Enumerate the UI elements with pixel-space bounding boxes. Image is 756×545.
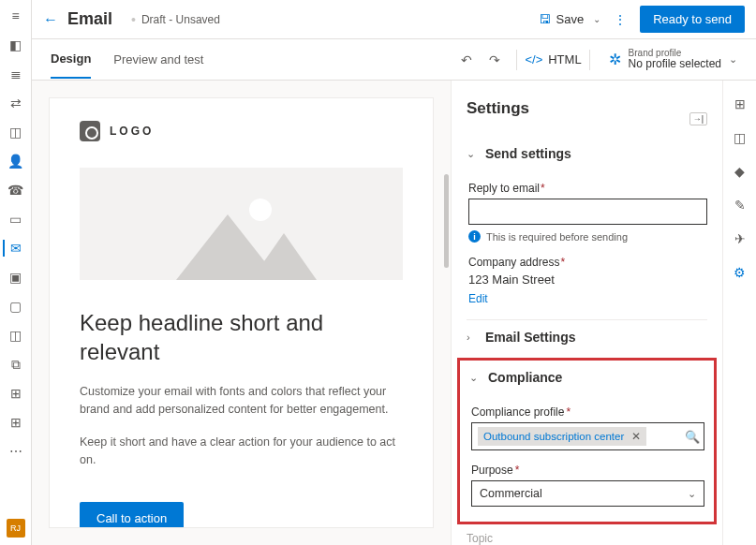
rail-item-6[interactable]: ▭ <box>7 211 24 228</box>
rail-item-3[interactable]: ◫ <box>7 124 24 140</box>
brand-icon: ✲ <box>609 51 621 68</box>
email-canvas: LOGO Keep headline short and relevant Cu… <box>32 81 451 545</box>
section-compliance[interactable]: ⌄ Compliance <box>469 368 704 394</box>
email-settings-label: Email Settings <box>485 330 575 345</box>
rail-item-14[interactable]: ⋯ <box>7 443 24 460</box>
settings-icon[interactable]: ⚙ <box>732 264 749 281</box>
rail-item-0[interactable]: ◧ <box>7 37 24 53</box>
mountain-icon <box>157 186 326 280</box>
chevron-down-icon: ⌄ <box>469 372 481 384</box>
more-icon[interactable]: ⋮ <box>614 12 627 27</box>
rail-item-4[interactable]: 👤 <box>7 153 24 169</box>
page-header: ← Email Draft - Unsaved 🖫 Save ⌄ ⋮ Ready… <box>32 0 756 39</box>
rail-item-9[interactable]: ▢ <box>7 298 24 315</box>
tab-preview[interactable]: Preview and test <box>113 41 203 78</box>
search-icon[interactable]: 🔍 <box>685 430 700 444</box>
info-icon: i <box>468 230 481 243</box>
settings-title: Settings <box>467 99 707 118</box>
user-avatar[interactable]: RJ <box>7 519 25 538</box>
chevron-down-icon: ⌄ <box>729 53 737 66</box>
redo-icon[interactable]: ↷ <box>484 50 505 70</box>
image-placeholder[interactable] <box>80 168 403 280</box>
email-logo: LOGO <box>80 121 403 141</box>
brand-profile-picker[interactable]: ✲ Brand profile No profile selected ⌄ <box>609 48 737 70</box>
rail-item-2[interactable]: ⇄ <box>7 95 24 111</box>
draft-status: Draft - Unsaved <box>131 12 220 27</box>
settings-panel: Settings →| ⌄ Send settings Reply to ema… <box>451 81 722 545</box>
page-title: Email <box>67 9 112 29</box>
rail-item-8[interactable]: ▣ <box>7 269 24 286</box>
logo-icon <box>80 121 100 141</box>
compliance-profile-tag: Outbound subscription center ✕ <box>478 427 646 446</box>
compliance-profile-value: Outbound subscription center <box>483 431 624 442</box>
save-label: Save <box>556 12 585 26</box>
company-address-value: 123 Main Street <box>468 272 707 287</box>
rail-item-10[interactable]: ◫ <box>7 327 24 344</box>
rail-item-5[interactable]: ☎ <box>7 182 24 199</box>
html-label: HTML <box>548 52 581 66</box>
send-settings-label: Send settings <box>485 146 571 161</box>
back-icon[interactable]: ← <box>43 11 58 28</box>
company-address-label: Company address <box>468 256 707 269</box>
hamburger-icon[interactable]: ≡ <box>7 7 24 24</box>
email-headline[interactable]: Keep headline short and relevant <box>80 308 403 366</box>
chevron-down-icon: ⌄ <box>467 148 478 160</box>
topic-label: Topic <box>467 532 707 545</box>
collapse-icon[interactable]: →| <box>689 112 707 125</box>
section-email-settings[interactable]: › Email Settings <box>467 319 707 354</box>
canvas-scrollbar[interactable] <box>444 174 449 268</box>
tabbar: Design Preview and test ↶ ↷ </> HTML ✲ B… <box>32 39 756 81</box>
purpose-select[interactable]: Commercial ⌄ <box>471 480 704 507</box>
purpose-value: Commercial <box>480 487 542 500</box>
email-paragraph-2[interactable]: Keep it short and have a clear action fo… <box>80 434 403 469</box>
add-element-icon[interactable]: ⊞ <box>732 96 749 112</box>
rail-item-11[interactable]: ⧉ <box>7 356 24 373</box>
rail-item-1[interactable]: ≣ <box>7 66 24 82</box>
tab-design[interactable]: Design <box>51 40 91 79</box>
app-leftrail: ≡ ◧ ≣ ⇄ ◫ 👤 ☎ ▭ ✉ ▣ ▢ ◫ ⧉ ⊞ ⊞ ⋯ RJ <box>0 0 32 545</box>
launch-icon[interactable]: ✈ <box>732 230 749 247</box>
svg-marker-2 <box>251 233 317 280</box>
compliance-label: Compliance <box>488 370 562 385</box>
chevron-right-icon: › <box>467 331 478 343</box>
svg-point-0 <box>249 199 272 221</box>
compliance-profile-label: Compliance profile* <box>471 405 704 419</box>
email-paragraph-1[interactable]: Customize your email with fonts and colo… <box>80 383 403 419</box>
email-body[interactable]: LOGO Keep headline short and relevant Cu… <box>49 97 434 528</box>
chevron-down-icon: ⌄ <box>688 488 696 500</box>
rail-item-12[interactable]: ⊞ <box>7 385 24 402</box>
reply-to-input[interactable] <box>468 199 707 225</box>
save-button[interactable]: 🖫 Save ⌄ <box>539 12 601 26</box>
cta-button[interactable]: Call to action <box>80 502 184 528</box>
remove-tag-icon[interactable]: ✕ <box>631 430 641 443</box>
code-icon: </> <box>525 52 542 66</box>
save-chevron-icon[interactable]: ⌄ <box>593 14 600 24</box>
reply-to-warning-text: This is required before sending <box>486 231 628 243</box>
save-icon: 🖫 <box>539 12 551 26</box>
undo-icon[interactable]: ↶ <box>456 50 477 70</box>
html-toggle[interactable]: </> HTML <box>525 52 581 66</box>
edit-address-link[interactable]: Edit <box>468 292 488 305</box>
purpose-label: Purpose* <box>471 464 704 477</box>
main-area: LOGO Keep headline short and relevant Cu… <box>32 81 756 545</box>
logo-text: LOGO <box>110 125 154 138</box>
rail-item-13[interactable]: ⊞ <box>7 414 24 431</box>
brand-value: No profile selected <box>629 58 721 70</box>
theme-icon[interactable]: ◆ <box>732 163 749 180</box>
right-rail: ⊞ ◫ ◆ ✎ ✈ ⚙ <box>722 81 756 545</box>
rail-item-email[interactable]: ✉ <box>3 240 20 257</box>
reply-to-warning: i This is required before sending <box>468 230 707 243</box>
personalize-icon[interactable]: ✎ <box>732 197 749 214</box>
ready-to-send-button[interactable]: Ready to send <box>640 6 745 33</box>
reply-to-label: Reply to email <box>468 182 707 195</box>
section-send-settings[interactable]: ⌄ Send settings <box>467 137 707 170</box>
compliance-profile-lookup[interactable]: Outbound subscription center ✕ 🔍 <box>471 422 704 450</box>
sections-icon[interactable]: ◫ <box>732 129 749 146</box>
compliance-highlight: ⌄ Compliance Compliance profile* Outboun… <box>457 358 717 524</box>
